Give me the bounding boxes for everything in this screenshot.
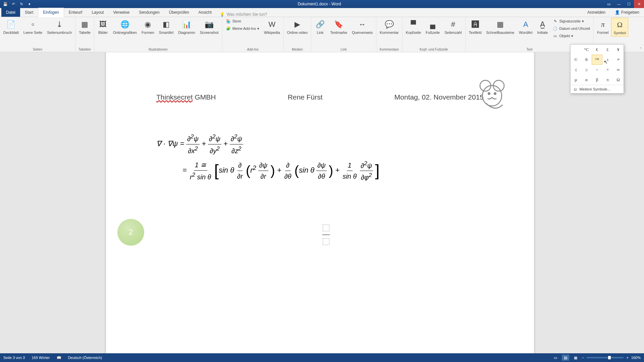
document-area[interactable]: Thinksecret GMBH Rene Fürst Montag, 02. … xyxy=(0,52,644,353)
symbol-cell[interactable]: °C xyxy=(581,45,592,55)
zoom-in-icon[interactable]: + xyxy=(626,356,628,360)
symbol-cell[interactable]: × xyxy=(602,65,613,75)
symbol-cell[interactable]: © xyxy=(571,55,581,65)
qat-dropdown-icon[interactable]: ▾ xyxy=(27,1,32,7)
symbol-cell[interactable]: Ω xyxy=(613,75,624,85)
seitenumbruch-button[interactable]: ⤓Seitenumbruch xyxy=(45,18,74,36)
wikipedia-button[interactable]: WWikipedia xyxy=(262,18,282,36)
deckblatt-button[interactable]: 📄Deckblatt xyxy=(1,18,21,36)
video-icon: ▶ xyxy=(292,19,303,30)
maximize-icon[interactable]: ☐ xyxy=(624,0,634,8)
kommentar-button[interactable]: 💬Kommentar xyxy=(378,18,401,36)
link-icon: 🔗 xyxy=(315,19,325,30)
comment-icon: 💬 xyxy=(384,19,394,30)
word-count[interactable]: 169 Wörter xyxy=(32,356,50,360)
symbol-cell[interactable]: ¥ xyxy=(613,45,624,55)
weitere-symbole-button[interactable]: Ω Weitere Symbole... xyxy=(571,85,624,93)
symbol-cell[interactable]: ≠ xyxy=(613,55,624,65)
tab-datei[interactable]: Datei xyxy=(1,8,20,17)
page-indicator[interactable]: Seite 3 von 3 xyxy=(3,356,25,360)
equation-placeholder[interactable] xyxy=(322,225,330,245)
symbol-cell[interactable]: ≤ xyxy=(571,65,581,75)
symbol-cell[interactable]: € xyxy=(592,45,602,55)
onlinevideo-button[interactable]: ▶Online-video xyxy=(285,18,310,36)
screenshot-button[interactable]: 📷Screenshot xyxy=(198,18,221,36)
diagramm-button[interactable]: 📊Diagramm xyxy=(176,18,197,36)
fusszeile-button[interactable]: ▄Fußzeile xyxy=(424,18,442,36)
bilder-button[interactable]: 🖼Bilder xyxy=(96,18,110,36)
tab-start[interactable]: Start xyxy=(20,8,38,17)
zoom-out-icon[interactable]: − xyxy=(582,356,584,360)
formen-button[interactable]: ◉Formen xyxy=(140,18,156,36)
ribbon-tabs: Datei Start Einfügen Entwurf Layout Verw… xyxy=(0,8,644,17)
collapse-ribbon-icon[interactable]: ⌃ xyxy=(639,47,642,51)
language-indicator[interactable]: Deutsch (Österreich) xyxy=(68,356,102,360)
symbol-cell[interactable]: π xyxy=(602,75,613,85)
ribbon-display-icon[interactable]: ▭ xyxy=(604,0,614,8)
symbol-cell[interactable] xyxy=(571,45,581,55)
symbol-cell[interactable]: ≥ xyxy=(581,65,592,75)
tab-ueberpruefen[interactable]: Überprüfen xyxy=(164,8,194,17)
freigeben-link[interactable]: 👤Freigeben xyxy=(610,8,644,17)
querverweis-button[interactable]: ↔Querverweis xyxy=(350,18,375,36)
window-title: Dokument1.docx - Word xyxy=(35,2,604,6)
leere-seite-button[interactable]: ▫Leere Seite xyxy=(21,18,44,36)
signaturzeile-button[interactable]: ✎Signaturzeile ▾ xyxy=(550,18,592,24)
symbol-cell[interactable]: α xyxy=(581,75,592,85)
crossref-icon: ↔ xyxy=(357,19,368,30)
symbol-cell[interactable]: ® xyxy=(581,55,592,65)
datum-uhrzeit-button[interactable]: 🕒Datum und Uhrzeit xyxy=(550,25,592,32)
tab-verweise[interactable]: Verweise xyxy=(108,8,134,17)
initiale-button[interactable]: A̲Initiale xyxy=(535,18,550,36)
group-medien: ▶Online-video Medien xyxy=(284,17,312,52)
textfeld-button[interactable]: 🅰Textfeld xyxy=(467,18,484,36)
tab-layout[interactable]: Layout xyxy=(87,8,108,17)
redo-icon[interactable]: ↻ xyxy=(19,1,24,7)
placeholder-denominator[interactable] xyxy=(323,238,329,245)
equation[interactable]: ∇ · ∇ψ = ∂2ψ∂x2 + ∂2ψ∂y2 + ∂2ψ∂z2 = 1 ≅r… xyxy=(156,132,380,184)
wordart-button[interactable]: AWordArt xyxy=(517,18,534,36)
symbol-cell[interactable]: ÷ xyxy=(592,65,602,75)
textmarke-button[interactable]: 🔖Textmarke xyxy=(328,18,349,36)
symbol-cell[interactable]: β xyxy=(592,75,602,85)
objekt-button[interactable]: ▭Objekt ▾ xyxy=(550,33,592,39)
symbol-cell[interactable]: £ xyxy=(602,45,613,55)
zoom-slider[interactable] xyxy=(587,357,624,358)
link-button[interactable]: 🔗Link xyxy=(313,18,327,36)
kopfzeile-button[interactable]: ▀Kopfzeile xyxy=(404,18,423,36)
symbol-button[interactable]: ΩSymbol xyxy=(611,18,628,37)
tell-me-search[interactable]: 💡 Was möchten Sie tun? xyxy=(220,12,267,17)
symbol-cell[interactable]: ∞ xyxy=(613,65,624,75)
header-icon: ▀ xyxy=(408,19,419,30)
onlinegrafiken-button[interactable]: 🌐Onlinegrafiken xyxy=(111,18,139,36)
minimize-icon[interactable]: — xyxy=(614,0,624,8)
smartart-button[interactable]: ◧SmartArt xyxy=(157,18,175,36)
store-button[interactable]: 🏪Store xyxy=(224,18,261,24)
undo-icon[interactable]: ↶ xyxy=(11,1,16,7)
tab-ansicht[interactable]: Ansicht xyxy=(194,8,216,17)
symbol-cell[interactable]: µ xyxy=(571,75,581,85)
proofing-icon[interactable]: 📖 xyxy=(57,356,61,360)
save-icon[interactable]: 💾 xyxy=(3,1,8,7)
anmelden-link[interactable]: Anmelden xyxy=(583,8,610,17)
tab-entwurf[interactable]: Entwurf xyxy=(64,8,87,17)
print-layout-icon[interactable]: ▤ xyxy=(562,355,569,361)
close-icon[interactable]: ✕ xyxy=(634,0,644,8)
tab-einfuegen[interactable]: Einfügen xyxy=(38,8,64,17)
meine-addins-button[interactable]: 🧩Meine Add-Ins ▾ xyxy=(224,25,261,32)
placeholder-numerator[interactable] xyxy=(323,225,329,231)
annotation-bubble: 2 xyxy=(117,219,144,246)
online-pictures-icon: 🌐 xyxy=(119,19,130,30)
read-mode-icon[interactable]: ▭ xyxy=(552,355,559,361)
group-seiten: 📄Deckblatt ▫Leere Seite ⤓Seitenumbruch S… xyxy=(0,17,75,52)
tab-sendungen[interactable]: Sendungen xyxy=(134,8,164,17)
symbol-icon: Ω xyxy=(614,19,625,30)
zoom-level[interactable]: 160% xyxy=(631,356,641,360)
symbol-cell[interactable]: ± xyxy=(602,55,613,65)
tabelle-button[interactable]: ▦Tabelle xyxy=(77,18,93,36)
schnellbausteine-button[interactable]: ▦Schnellbausteine xyxy=(484,18,517,36)
seitenzahl-button[interactable]: #Seitenzahl xyxy=(442,18,464,36)
symbol-cell[interactable]: ™ xyxy=(592,55,602,65)
web-layout-icon[interactable]: ▦ xyxy=(572,355,579,361)
formel-button[interactable]: πFormel xyxy=(595,18,610,36)
